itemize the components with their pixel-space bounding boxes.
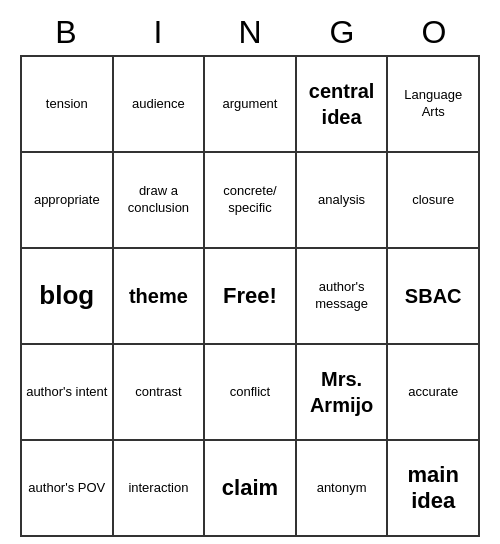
cell-3-1[interactable]: contrast (114, 345, 206, 441)
cell-0-0[interactable]: tension (22, 57, 114, 153)
cell-3-4[interactable]: accurate (388, 345, 480, 441)
cell-4-1[interactable]: interaction (114, 441, 206, 537)
bingo-header: B I N G O (20, 10, 480, 55)
cell-2-1[interactable]: theme (114, 249, 206, 345)
cell-1-3[interactable]: analysis (297, 153, 389, 249)
header-g: G (296, 10, 388, 55)
cell-0-1[interactable]: audience (114, 57, 206, 153)
cell-2-0[interactable]: blog (22, 249, 114, 345)
cell-1-1[interactable]: draw a conclusion (114, 153, 206, 249)
header-o: O (388, 10, 480, 55)
cell-2-3[interactable]: author's message (297, 249, 389, 345)
cell-1-0[interactable]: appropriate (22, 153, 114, 249)
cell-4-0[interactable]: author's POV (22, 441, 114, 537)
cell-0-4[interactable]: Language Arts (388, 57, 480, 153)
cell-3-3[interactable]: Mrs. Armijo (297, 345, 389, 441)
cell-1-4[interactable]: closure (388, 153, 480, 249)
header-n: N (204, 10, 296, 55)
bingo-grid: tension audience argument central idea L… (20, 55, 480, 537)
cell-0-3[interactable]: central idea (297, 57, 389, 153)
cell-1-2[interactable]: concrete/ specific (205, 153, 297, 249)
cell-4-2[interactable]: claim (205, 441, 297, 537)
cell-3-0[interactable]: author's intent (22, 345, 114, 441)
cell-4-3[interactable]: antonym (297, 441, 389, 537)
header-i: I (112, 10, 204, 55)
bingo-board: B I N G O tension audience argument cent… (20, 10, 480, 537)
cell-0-2[interactable]: argument (205, 57, 297, 153)
cell-2-4[interactable]: SBAC (388, 249, 480, 345)
cell-4-4[interactable]: main idea (388, 441, 480, 537)
cell-3-2[interactable]: conflict (205, 345, 297, 441)
header-b: B (20, 10, 112, 55)
cell-2-2-free[interactable]: Free! (205, 249, 297, 345)
